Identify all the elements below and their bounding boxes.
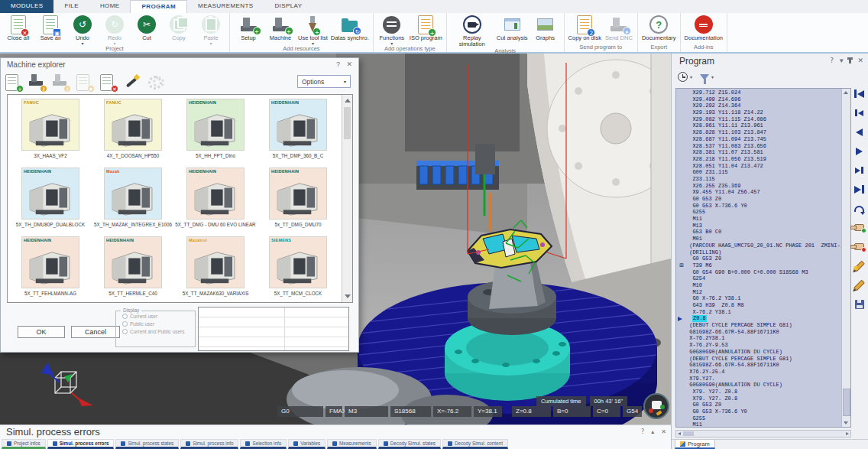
cancel-button[interactable]: Cancel <box>71 326 120 338</box>
go-first-icon[interactable] <box>854 88 864 99</box>
ribbon-tab[interactable]: PROGRAM <box>130 0 187 13</box>
panel-close-icon[interactable]: ✕ <box>857 57 863 64</box>
bottom-tab[interactable]: Decody Simul. content <box>442 439 508 449</box>
gcode-line[interactable]: G0 G53 Z0 <box>686 255 841 262</box>
wizard-icon[interactable] <box>124 74 142 93</box>
machine-item[interactable]: HEIDENHAIN 5x_TT_DMG_DMU70 <box>257 165 339 234</box>
dialog-close-icon[interactable]: ✕ <box>346 60 352 68</box>
play-forward-icon[interactable] <box>856 145 863 157</box>
go-last-icon[interactable] <box>854 184 864 195</box>
gcode-line[interactable]: G0 G53 X-736.6 Y0 <box>686 408 841 415</box>
record-indicator-icon[interactable] <box>643 393 669 419</box>
gcode-line[interactable]: (PARCOUR HAAS_UMC750_20_01.NC PHASE 201 … <box>686 242 841 249</box>
play-backward-icon[interactable] <box>856 126 863 138</box>
gcode-line[interactable]: M13 <box>686 223 841 229</box>
gcode-line[interactable]: X79. Y27. Z0.8 <box>686 389 841 395</box>
gcode-horizontal-scrollbar[interactable] <box>675 430 851 438</box>
iso-program-button[interactable]: +ISO program <box>408 14 444 41</box>
documentation-button[interactable]: Documentation <box>683 14 724 41</box>
panel-dropdown-icon[interactable]: ▾ <box>840 57 844 64</box>
gcode-line[interactable]: X29.292 Z14.364 <box>686 102 841 109</box>
machine-button[interactable]: +Machine <box>264 14 296 41</box>
cut-button[interactable]: ✂Cut <box>131 14 163 41</box>
gcode-line[interactable]: G0 G53 X-736.6 Y0 <box>686 203 841 210</box>
save-all-button[interactable]: ▣Save all <box>34 14 66 41</box>
bottom-tab[interactable]: Simul. process states <box>115 439 179 449</box>
gcode-line[interactable]: G254 <box>686 275 841 282</box>
gcode-line[interactable]: X-76.2Y-9.53 <box>686 342 841 349</box>
cut-analysis-button[interactable]: Cut analysis <box>495 14 530 41</box>
gcode-line[interactable]: (DEBUT CYCLE PERCAGE SIMPLE G81) <box>686 322 841 329</box>
machine-list-scrollbar[interactable] <box>342 95 352 302</box>
gcode-line[interactable]: G81G98Z-66.67R-54.88F16711K0 <box>686 329 841 336</box>
save-icon[interactable] <box>855 298 864 310</box>
graphs-button[interactable]: Graphs <box>530 14 562 41</box>
bottom-tab[interactable]: Variables <box>288 439 326 449</box>
edit-icon[interactable] <box>853 279 865 291</box>
setup-button[interactable]: +Setup <box>232 14 264 41</box>
send-dnc-button[interactable]: ▸Send DNC <box>603 14 635 41</box>
gcode-line[interactable]: T39 M6 <box>686 262 841 269</box>
ribbon-tab[interactable]: MODULES <box>0 0 53 13</box>
datas-synchro-button[interactable]: ↻Datas synchro. <box>329 14 371 41</box>
redo-button[interactable]: ↻Redo▾ <box>99 14 131 45</box>
gcode-line[interactable]: G0 X-76.2 Y38.1 <box>686 295 841 302</box>
gcode-line[interactable]: X29.193 Y11.118 Z14.22 <box>686 109 841 116</box>
machine-settings-icon[interactable]: ✱ <box>76 74 95 93</box>
gcode-line[interactable]: X79. Y27. Z0.8 <box>686 395 841 402</box>
use-tool-list-button[interactable]: +Use tool list▾ <box>296 14 329 45</box>
bottom-tab[interactable]: Simul. process errors <box>47 439 115 449</box>
bottom-help-icon[interactable]: ? <box>641 428 644 435</box>
gcode-line[interactable]: X79.Y27. <box>686 376 841 382</box>
go-last-pointer-icon[interactable] <box>855 164 863 176</box>
breakpoint-remove-icon[interactable] <box>854 241 864 252</box>
gcode-line[interactable]: X28.687 Y11.094 Z13.745 <box>686 136 841 143</box>
bottom-tab[interactable]: Project infos <box>2 439 46 449</box>
copy-button[interactable]: Copy <box>163 14 195 41</box>
bottom-close-icon[interactable]: ✕ <box>661 428 666 435</box>
gcode-listing[interactable]: X29.712 Z15.024 X29.499 Z14.696 X29.292 … <box>675 88 851 428</box>
machine-item[interactable]: HEIDENHAIN 5X_TT_HERMLE_C40 <box>92 234 174 303</box>
gcode-line[interactable]: M11 <box>686 421 841 428</box>
gcode-line[interactable]: Z33.115 <box>686 176 841 183</box>
gcode-line[interactable]: M11 <box>686 216 841 223</box>
delete-machine-icon[interactable]: ✕ <box>100 74 118 93</box>
gcode-line[interactable]: M01 <box>686 236 841 242</box>
gcode-line[interactable]: M12 <box>686 289 841 296</box>
copy-machine-key-icon[interactable]: ⚷ <box>53 74 71 93</box>
ribbon-tab[interactable]: MEASUREMENTS <box>187 0 264 13</box>
ok-button[interactable]: OK <box>18 326 65 338</box>
machine-item[interactable]: HEIDENHAIN 5X_HH_FPT_Dino <box>174 96 257 165</box>
gcode-line[interactable]: X29.082 Y11.115 Z14.086 <box>686 116 841 123</box>
gcode-line[interactable]: G255 <box>686 415 841 422</box>
display-radio-option[interactable]: Current and Public users <box>122 329 195 334</box>
filter-button[interactable]: ▾ <box>700 74 714 80</box>
machine-item[interactable]: SIEMENS 5X_TT_MCM_CLOCK <box>257 234 339 303</box>
machine-item[interactable]: FANUC 4X_T_DOOSAN_HP550 <box>92 96 174 165</box>
bottom-tab[interactable]: Measurements <box>327 439 377 449</box>
display-radio-option[interactable]: Public user <box>122 321 195 327</box>
gcode-line[interactable]: X76.2Y-25.4 <box>686 369 841 376</box>
replay-simulation-button[interactable]: Replay simulation <box>449 14 495 47</box>
ribbon-tab[interactable]: DISPLAY <box>264 0 313 13</box>
gcode-line[interactable]: G0 G53 Z0 <box>686 402 841 408</box>
dialog-help-icon[interactable]: ? <box>336 60 340 68</box>
gcode-line[interactable]: X-76.2 Y38.1 <box>686 309 841 316</box>
gcode-line[interactable]: X28.961 Y11.11 Z13.961 <box>686 122 841 129</box>
machine-item[interactable]: Mazak 5X_TH_MAZAK_INTEGREX_E1006 <box>92 165 174 234</box>
undo-button[interactable]: ↺Undo▾ <box>66 14 99 45</box>
gcode-line[interactable]: G00 Z31.115 <box>686 169 841 176</box>
bottom-tab[interactable]: Simul. process info <box>180 439 238 449</box>
functions-button[interactable]: Functions▾ <box>376 14 408 45</box>
machine-key-icon[interactable]: ⚷ <box>29 74 47 93</box>
copy-on-disk-button[interactable]: 2Copy on disk <box>567 14 603 41</box>
gears-icon[interactable] <box>147 74 166 93</box>
gcode-line[interactable]: X28.381 Y11.07 Z13.581 <box>686 149 841 156</box>
gcode-line[interactable]: G43 H39 Z0.8 M8 <box>686 302 841 309</box>
edit-add-icon[interactable] <box>853 260 865 272</box>
documentary-button[interactable]: ?Documentary <box>640 14 678 41</box>
gcode-line[interactable]: X29.499 Z14.696 <box>686 96 841 103</box>
new-machine-icon[interactable]: + <box>5 74 24 93</box>
gcode-line[interactable]: X-76.2Y38.1 <box>686 335 841 342</box>
machine-item[interactable]: Mazatrol 5X_TT_MAZAK630_VARIAXIS <box>174 234 257 303</box>
